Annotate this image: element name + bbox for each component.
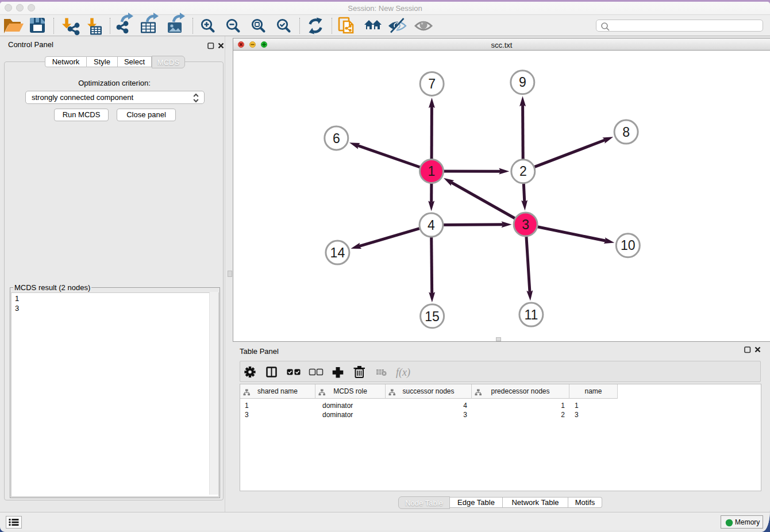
svg-text:11: 11 — [524, 307, 538, 322]
svg-text:7: 7 — [428, 76, 436, 91]
svg-text:4: 4 — [428, 218, 435, 233]
svg-text:6: 6 — [333, 131, 340, 146]
svg-text:f(x): f(x) — [396, 367, 410, 379]
svg-text:14: 14 — [330, 245, 345, 260]
svg-text:3: 3 — [522, 217, 529, 232]
svg-text:1: 1 — [428, 164, 436, 179]
svg-text:15: 15 — [425, 309, 440, 324]
svg-text:9: 9 — [519, 75, 526, 90]
svg-text:10: 10 — [621, 238, 636, 253]
svg-text:2: 2 — [519, 164, 527, 179]
svg-text:8: 8 — [622, 125, 630, 140]
